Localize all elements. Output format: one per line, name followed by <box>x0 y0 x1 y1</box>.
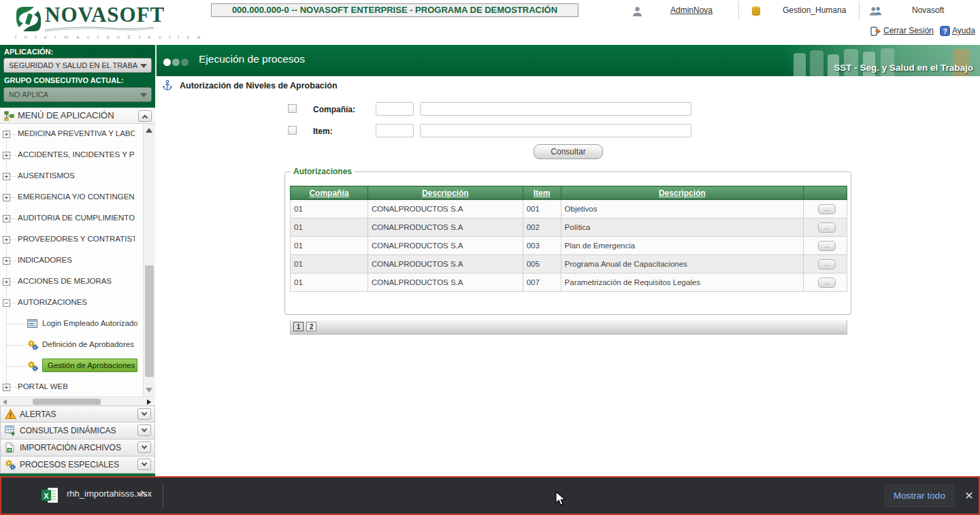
company-checkbox[interactable] <box>288 104 297 113</box>
tree-item-label[interactable]: ACCIDENTES, INCIDENTES Y POSIB <box>18 150 135 159</box>
column-header[interactable]: Descripción <box>561 186 803 200</box>
chevron-down-icon <box>142 461 147 466</box>
expand-panel-button[interactable] <box>137 425 151 436</box>
sidebar-panel-alertas[interactable]: ALERTAS <box>0 405 155 422</box>
page-button-2[interactable]: 2 <box>306 322 316 331</box>
expand-node-icon[interactable]: + <box>3 278 10 286</box>
expand-panel-button[interactable] <box>137 408 151 420</box>
table-cell: 01 <box>291 273 368 292</box>
help-link[interactable]: Ayuda <box>952 26 975 35</box>
consultar-button[interactable]: Consultar <box>534 144 603 159</box>
tree-item-label[interactable]: AUTORIZACIONES <box>18 298 87 306</box>
tree-item-label[interactable]: ACCIONES DE MEJORAS <box>18 277 112 285</box>
tree-item-auditoria-de-cumplimiento[interactable]: +AUDITORIA DE CUMPLIMIENTO <box>0 208 140 229</box>
downloaded-filename[interactable]: rhh_importahisss.xlsx <box>67 488 152 499</box>
tree-item-acciones-de-mejoras[interactable]: +ACCIONES DE MEJORAS <box>0 271 140 293</box>
chevron-up-icon <box>142 115 148 120</box>
vertical-scroll-thumb[interactable] <box>145 265 154 377</box>
expand-node-icon[interactable]: + <box>3 257 10 265</box>
item-checkbox[interactable] <box>288 126 297 135</box>
row-detail-button[interactable]: ... <box>818 222 836 233</box>
tree-vertical-scrollbar[interactable] <box>143 124 155 397</box>
company-code-input[interactable] <box>376 102 414 116</box>
tree-item-label[interactable]: PROVEEDORES Y CONTRATISTAS <box>18 235 135 243</box>
tree-horizontal-scrollbar[interactable] <box>0 397 155 406</box>
collapse-node-icon[interactable]: − <box>3 299 10 307</box>
expand-panel-button[interactable] <box>137 442 151 453</box>
scroll-left-icon[interactable] <box>3 399 7 405</box>
tree-item-autorizaciones[interactable]: −AUTORIZACIONES <box>0 293 140 314</box>
table-cell: CONALPRODUCTOS S.A <box>368 218 523 237</box>
tree-item-definici-n-de-aprobadores[interactable]: Definición de Aprobadores <box>0 335 140 356</box>
logout-link[interactable]: Cerrar Sesión <box>883 26 934 35</box>
scroll-up-icon[interactable] <box>146 128 152 133</box>
row-detail-button[interactable]: ... <box>818 259 836 269</box>
menu-tree: +MEDICINA PREVENTIVA Y LABORAL+ACCIDENTE… <box>0 124 140 397</box>
consecutive-group-label: GRUPO CONSECUTIVO ACTUAL: <box>4 76 124 84</box>
page-button-1[interactable]: 1 <box>293 322 304 331</box>
company-desc-input[interactable] <box>420 102 691 116</box>
column-header[interactable]: Item <box>523 186 561 200</box>
item-code-input[interactable] <box>376 124 414 137</box>
tree-item-label[interactable]: AUDITORIA DE CUMPLIMIENTO <box>18 214 135 222</box>
collapse-menu-button[interactable] <box>138 110 152 122</box>
table-cell: Plan de Emergencia <box>561 237 803 255</box>
horizontal-scroll-thumb[interactable] <box>33 399 101 405</box>
row-detail-button[interactable]: ... <box>818 241 836 251</box>
expand-node-icon[interactable]: + <box>3 173 10 180</box>
gears-icon <box>27 339 38 353</box>
sidebar-panel-importaci-n-archivos[interactable]: IMPORTACIÓN ARCHIVOS <box>0 439 155 456</box>
expand-node-icon[interactable]: + <box>3 152 10 159</box>
application-select[interactable]: SEGURIDAD Y SALUD EN EL TRABA <box>3 58 152 73</box>
tree-connector-line <box>11 155 16 156</box>
tree-item-label[interactable]: MEDICINA PREVENTIVA Y LABORAL <box>18 129 135 137</box>
excel-file-icon[interactable]: X <box>41 487 60 505</box>
tree-connector-line <box>11 134 16 135</box>
sidebar-panel-consultas-din-micas[interactable]: CONSULTAS DINÁMICAS <box>0 422 155 439</box>
expand-node-icon[interactable]: + <box>3 236 10 244</box>
tree-item-label[interactable]: EMERGENCIA Y/O CONTINGENCIA <box>18 193 135 201</box>
sidebar-panel-procesos-especiales[interactable]: PROCESOS ESPECIALES <box>0 456 155 474</box>
tree-item-proveedores-y-contratistas[interactable]: +PROVEEDORES Y CONTRATISTAS <box>0 229 140 250</box>
tree-item-indicadores[interactable]: +INDICADORES <box>0 250 140 271</box>
tree-item-label[interactable]: Gestión de Aprobaciones <box>42 359 137 372</box>
scroll-down-icon[interactable] <box>146 388 152 393</box>
tree-connector-line <box>7 345 26 346</box>
application-menu-header[interactable]: MENÚ DE APLICACIÓN <box>0 108 155 124</box>
chevron-down-icon <box>142 427 147 432</box>
table-cell: CONALPRODUCTOS S.A <box>368 273 523 292</box>
novasoft-app: NOVASOFT I n f o r m a c i ó n E f e c t… <box>0 0 980 515</box>
company-name: Novasoft <box>912 5 944 15</box>
item-desc-input[interactable] <box>420 124 691 137</box>
column-header[interactable]: Compañía <box>291 186 368 200</box>
expand-node-icon[interactable]: + <box>3 194 10 201</box>
tree-item-gesti-n-de-aprobaciones[interactable]: Gestión de Aprobaciones <box>0 356 140 377</box>
tree-item-label[interactable]: Login Empleado Autorizador <box>42 319 137 327</box>
tree-item-emergencia-y-o-contingencia[interactable]: +EMERGENCIA Y/O CONTINGENCIA <box>0 187 140 208</box>
close-icon[interactable]: × <box>960 486 979 505</box>
tree-item-label[interactable]: PORTAL WEB <box>18 382 68 391</box>
enterprise-title: 000.000.000-0 -- NOVASOFT ENTERPRISE - P… <box>211 3 578 17</box>
tree-item-medicina-preventiva-y-laboral[interactable]: +MEDICINA PREVENTIVA Y LABORAL <box>0 124 140 145</box>
row-detail-button[interactable]: ... <box>818 204 836 214</box>
user-name-link[interactable]: AdminNova <box>670 5 713 15</box>
expand-panel-button[interactable] <box>137 459 151 470</box>
tree-item-ausentismos[interactable]: +AUSENTISMOS <box>0 166 140 187</box>
tree-item-label[interactable]: INDICADORES <box>18 256 72 264</box>
tree-item-accidentes-incidentes-y-posib[interactable]: +ACCIDENTES, INCIDENTES Y POSIB <box>0 145 140 166</box>
column-header[interactable]: Descripción <box>368 186 523 200</box>
user-icon <box>632 5 647 17</box>
breadcrumb-dots <box>163 56 190 69</box>
tree-item-portal-web[interactable]: +PORTAL WEB <box>0 377 140 397</box>
table-row: 01CONALPRODUCTOS S.A005Programa Anual de… <box>291 255 847 273</box>
scroll-right-icon[interactable] <box>147 399 151 405</box>
expand-node-icon[interactable]: + <box>3 384 10 391</box>
show-all-downloads-button[interactable]: Mostrar todo <box>885 484 954 507</box>
tree-item-login-empleado-autorizador[interactable]: Login Empleado Autorizador <box>0 314 140 335</box>
table-cell-actions: ... <box>804 237 847 255</box>
tree-item-label[interactable]: Definición de Aprobadores <box>42 340 134 348</box>
expand-node-icon[interactable]: + <box>3 215 10 222</box>
expand-node-icon[interactable]: + <box>3 131 10 138</box>
row-detail-button[interactable]: ... <box>818 278 836 288</box>
tree-item-label[interactable]: AUSENTISMOS <box>18 171 75 180</box>
